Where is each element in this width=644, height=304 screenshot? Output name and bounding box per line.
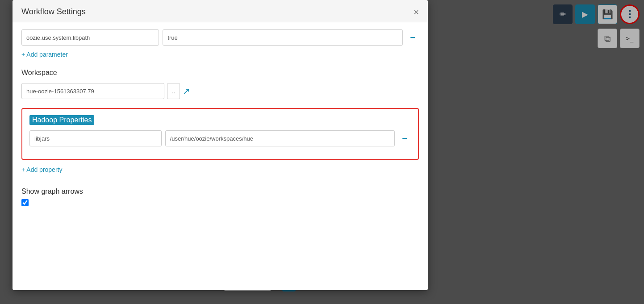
modal-header: Workflow Settings ×	[13, 0, 428, 22]
show-arrows-label: Show graph arrows	[21, 187, 419, 196]
workflow-settings-modal: Workflow Settings × − + Add parameter Wo…	[13, 0, 428, 290]
parameter-row: −	[21, 29, 419, 46]
workspace-row: .. ↗	[21, 83, 419, 99]
modal-close-button[interactable]: ×	[414, 8, 419, 17]
modal-content: − + Add parameter Workspace .. ↗ Hado	[13, 22, 428, 215]
parameter-key-input[interactable]	[21, 29, 159, 46]
modal-body[interactable]: − + Add parameter Workspace .. ↗ Hado	[13, 22, 428, 290]
parameter-value-input[interactable]	[163, 29, 403, 46]
hadoop-properties-section: Hadoop Properties −	[21, 108, 419, 160]
remove-property-button[interactable]: −	[398, 132, 411, 145]
show-arrows-checkbox[interactable]	[21, 199, 29, 206]
workspace-label: Workspace	[21, 69, 419, 77]
hadoop-property-row: −	[29, 130, 411, 146]
hadoop-property-key-input[interactable]	[29, 130, 162, 146]
add-property-label: + Add property	[21, 166, 62, 173]
add-property-button[interactable]: + Add property	[21, 166, 62, 173]
remove-parameter-button[interactable]: −	[406, 31, 419, 44]
workspace-input[interactable]	[21, 83, 164, 99]
modal-title: Workflow Settings	[21, 7, 86, 17]
external-link-icon: ↗	[183, 86, 190, 96]
add-parameter-button[interactable]: + Add parameter	[21, 51, 68, 58]
workspace-link-button[interactable]: ↗	[183, 86, 190, 96]
hadoop-property-value-input[interactable]	[165, 130, 395, 146]
workspace-section: Workspace .. ↗	[21, 69, 419, 99]
show-arrows-section: Show graph arrows	[21, 187, 419, 208]
add-parameter-label: + Add parameter	[21, 51, 68, 58]
workspace-dots-button[interactable]: ..	[167, 83, 180, 99]
hadoop-properties-title: Hadoop Properties	[29, 115, 94, 125]
